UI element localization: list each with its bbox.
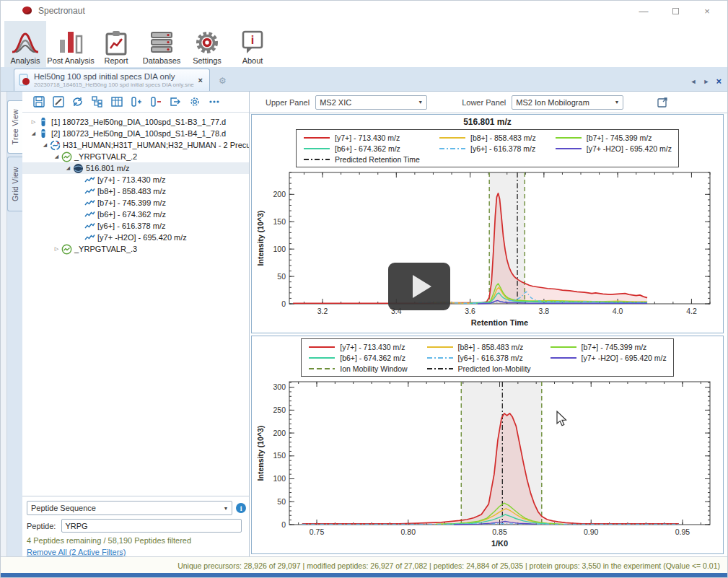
tree-item-label: H31_HUMAN;H31T_HUMAN;H32_HUMAN - 2 Precu… bbox=[61, 141, 249, 149]
legend-item: Ion Mobility Window bbox=[308, 363, 407, 374]
video-play-overlay[interactable] bbox=[388, 263, 450, 310]
chevron-down-icon: ▼ bbox=[418, 100, 423, 105]
svg-text:200: 200 bbox=[273, 429, 286, 437]
tree-item[interactable]: ▷_YRPGTVALR_.3 bbox=[22, 243, 249, 255]
expander-icon[interactable]: ▷ bbox=[30, 119, 38, 125]
ribbon-button-report[interactable]: Report bbox=[95, 21, 137, 67]
tree-item[interactable]: [b6+] - 674.362 m/z bbox=[22, 209, 249, 220]
document-tab[interactable]: Hel50ng 100 spd initial specs DIA only 2… bbox=[14, 69, 210, 91]
ribbon-button-about[interactable]: iAbout bbox=[232, 21, 273, 67]
app-title: Spectronaut bbox=[38, 6, 85, 16]
add-run-icon[interactable] bbox=[130, 96, 142, 108]
legend-item: [b6+] - 674.362 m/z bbox=[308, 352, 407, 363]
tree-item[interactable]: [y7+] - 713.430 m/z bbox=[22, 174, 249, 185]
ribbon-button-analysis[interactable]: Analysis bbox=[4, 21, 46, 67]
more-icon[interactable] bbox=[208, 96, 220, 108]
chart-plot: 3.23.43.63.84.04.2050100150200Retention … bbox=[255, 168, 720, 330]
tab-settings-icon[interactable]: ⚙ bbox=[219, 76, 227, 86]
tree-item[interactable]: [y7+ -H2O] - 695.420 m/z bbox=[22, 232, 249, 243]
tree-item[interactable]: [b7+] - 745.399 m/z bbox=[22, 197, 249, 209]
document-tab-strip: Hel50ng 100 spd initial specs DIA only 2… bbox=[1, 67, 727, 92]
upper-chart[interactable]: 516.801 m/z[y7+] - 713.430 m/z[b8+] - 85… bbox=[251, 114, 724, 333]
tree-item[interactable]: ◢516.801 m/z bbox=[22, 162, 249, 174]
svg-text:300: 300 bbox=[273, 382, 286, 391]
table-icon[interactable] bbox=[110, 96, 123, 108]
popout-icon[interactable] bbox=[657, 96, 669, 108]
legend-item: [y7+] - 713.430 m/z bbox=[303, 132, 420, 143]
legend-line-sample bbox=[550, 355, 577, 361]
tab-close-icon[interactable]: × bbox=[196, 76, 205, 84]
tree-item-label: [2] 180723_Hel50ng_DIA_100spd_S1-B4_1_78… bbox=[49, 129, 226, 138]
tab-grid-view[interactable]: Grid View bbox=[7, 157, 22, 211]
tree-item[interactable]: ◢_YRPGTVALR_.2 bbox=[22, 151, 249, 162]
filter-panel: Peptide Sequence▼ i Peptide: 4 Peptides … bbox=[22, 496, 249, 556]
tab-tree-view[interactable]: Tree View bbox=[7, 100, 22, 154]
tree-item[interactable]: ◢H31_HUMAN;H31T_HUMAN;H32_HUMAN - 2 Prec… bbox=[22, 139, 249, 151]
minimize-button[interactable]: — bbox=[628, 1, 659, 21]
tree-item[interactable]: ▷[1] 180723_Hel50ng_DIA_100spd_S1-B3_1_7… bbox=[22, 116, 249, 128]
expander-icon[interactable]: ▷ bbox=[53, 246, 61, 252]
tab-close-all-icon[interactable]: × bbox=[716, 76, 722, 87]
ribbon-button-label: About bbox=[242, 56, 263, 65]
spectronaut-window: Spectronaut — × AnalysisPost AnalysisRep… bbox=[0, 0, 728, 578]
tab-subtitle: 20230718_184615_Hel50ng 100 spd initial … bbox=[34, 82, 194, 88]
legend-label: [b7+] - 745.399 m/z bbox=[587, 133, 652, 142]
legend-label: [b7+] - 745.399 m/z bbox=[582, 343, 647, 351]
run-vial-icon bbox=[38, 117, 49, 127]
svg-text:0: 0 bbox=[281, 520, 286, 529]
upper-panel-select[interactable]: MS2 XIC▼ bbox=[315, 95, 427, 110]
hierarchy-icon[interactable] bbox=[91, 96, 103, 108]
chart-legend: [y7+] - 713.430 m/z[b8+] - 858.483 m/z[b… bbox=[301, 338, 674, 377]
legend-label: [y6+] - 616.378 m/z bbox=[458, 354, 523, 362]
svg-text:100: 100 bbox=[273, 245, 286, 253]
legend-line-sample bbox=[555, 146, 582, 152]
refresh-icon[interactable] bbox=[71, 96, 84, 108]
close-button[interactable]: × bbox=[691, 1, 723, 21]
legend-line-sample bbox=[426, 355, 454, 361]
ribbon-button-settings[interactable]: Settings bbox=[186, 21, 228, 67]
save-as-icon[interactable] bbox=[52, 96, 64, 108]
ribbon-button-post-analysis[interactable]: Post Analysis bbox=[50, 21, 92, 67]
legend-item: [y6+] - 616.378 m/z bbox=[426, 352, 531, 363]
main-toolbar: AnalysisPost AnalysisReportDatabasesSett… bbox=[1, 21, 727, 67]
expander-icon[interactable]: ◢ bbox=[41, 142, 49, 148]
fragment-icon bbox=[84, 210, 95, 219]
expander-icon[interactable]: ◢ bbox=[30, 131, 38, 136]
legend-label: [y7+] - 713.430 m/z bbox=[340, 343, 405, 351]
expander-icon[interactable]: ◢ bbox=[64, 165, 72, 171]
tree-item[interactable]: [y6+] - 616.378 m/z bbox=[22, 220, 249, 232]
filter-type-select[interactable]: Peptide Sequence▼ bbox=[27, 501, 232, 515]
maximize-button[interactable] bbox=[659, 1, 691, 21]
chevron-down-icon: ▼ bbox=[223, 506, 228, 511]
legend-item: [y6+] - 616.378 m/z bbox=[439, 143, 536, 154]
info-icon[interactable]: i bbox=[236, 503, 246, 513]
peptide-input[interactable] bbox=[61, 519, 242, 533]
tab-nav-next-icon[interactable]: ► bbox=[703, 78, 709, 85]
gear-icon[interactable] bbox=[188, 96, 201, 108]
chart-panel: Upper Panel MS2 XIC▼ Lower Panel MS2 Ion… bbox=[250, 92, 728, 556]
legend-item: [b8+] - 858.483 m/z bbox=[439, 132, 536, 143]
chart-legend: [y7+] - 713.430 m/z[b8+] - 858.483 m/z[b… bbox=[296, 129, 679, 167]
ribbon-button-databases[interactable]: Databases bbox=[141, 21, 183, 67]
remove-all-filters-link[interactable]: Remove All (2 Active Filters) bbox=[27, 548, 246, 556]
expander-icon[interactable]: ◢ bbox=[53, 154, 61, 159]
tree-item[interactable]: ◢[2] 180723_Hel50ng_DIA_100spd_S1-B4_1_7… bbox=[22, 128, 249, 139]
legend-item: [y7+ -H2O] - 695.420 m/z bbox=[550, 352, 667, 363]
save-icon[interactable] bbox=[32, 96, 45, 108]
legend-line-sample bbox=[308, 366, 336, 372]
tab-title: Hel50ng 100 spd initial specs DIA only bbox=[34, 72, 194, 82]
left-splitter[interactable] bbox=[1, 92, 7, 556]
svg-text:1/K0: 1/K0 bbox=[491, 539, 508, 548]
export-icon[interactable] bbox=[169, 96, 181, 108]
peptide-icon bbox=[61, 152, 72, 162]
legend-item: [b7+] - 745.399 m/z bbox=[555, 132, 672, 143]
remove-run-icon[interactable] bbox=[149, 96, 162, 108]
legend-line-sample bbox=[303, 135, 330, 141]
legend-line-sample bbox=[550, 344, 577, 350]
legend-item: Predicted Ion-Mobility bbox=[426, 363, 531, 374]
lower-panel-select[interactable]: MS2 Ion Mobilogram▼ bbox=[512, 95, 623, 110]
ribbon-button-label: Settings bbox=[193, 56, 222, 65]
tree-item[interactable]: [b8+] - 858.483 m/z bbox=[22, 185, 249, 197]
tab-nav-prev-icon[interactable]: ◄ bbox=[690, 78, 697, 85]
lower-chart[interactable]: [y7+] - 713.430 m/z[b8+] - 858.483 m/z[b… bbox=[251, 336, 724, 554]
